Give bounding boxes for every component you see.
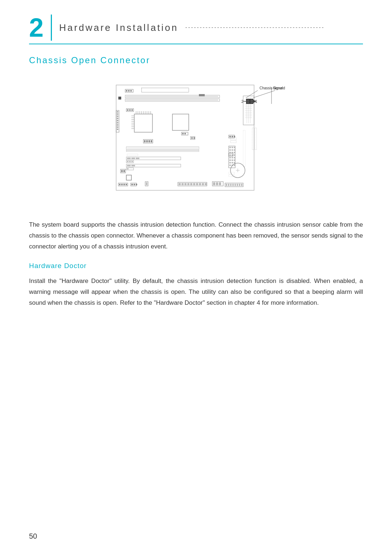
svg-rect-88 [127, 169, 128, 169]
svg-rect-15 [117, 116, 118, 117]
svg-rect-95 [121, 184, 123, 185]
svg-rect-118 [219, 182, 221, 185]
svg-rect-19 [117, 124, 118, 126]
svg-rect-110 [193, 183, 195, 185]
svg-rect-147 [234, 136, 235, 137]
svg-rect-129 [229, 154, 231, 156]
svg-text:1: 1 [255, 100, 257, 104]
svg-rect-90 [121, 170, 123, 172]
svg-rect-117 [216, 182, 218, 185]
svg-rect-121 [232, 147, 233, 148]
svg-rect-174 [234, 184, 236, 186]
svg-rect-10 [126, 100, 218, 101]
svg-rect-21 [117, 129, 118, 130]
svg-rect-175 [237, 184, 238, 186]
svg-rect-20 [117, 126, 118, 128]
svg-rect-11 [118, 97, 121, 100]
svg-rect-73 [127, 147, 198, 149]
svg-rect-94 [119, 184, 121, 185]
svg-rect-81 [127, 161, 128, 162]
svg-rect-106 [181, 183, 184, 185]
svg-rect-109 [190, 183, 192, 185]
svg-rect-85 [127, 165, 131, 166]
svg-rect-103 [146, 182, 147, 185]
svg-rect-17 [117, 120, 118, 121]
svg-rect-137 [234, 159, 235, 161]
svg-rect-97 [126, 184, 127, 185]
subsection-paragraph: Install the "Hardware Doctor" utility. B… [29, 276, 363, 308]
motherboard-diagram: Chassis signal Ground 2 1 [105, 74, 287, 208]
svg-rect-171 [228, 184, 229, 186]
page-number: 50 [29, 532, 37, 540]
svg-rect-169 [225, 183, 243, 187]
svg-rect-14 [117, 113, 118, 115]
svg-rect-82 [129, 161, 131, 162]
svg-rect-139 [232, 162, 233, 163]
header-dots [185, 27, 323, 28]
svg-rect-100 [134, 184, 135, 185]
chapter-title: Hardware Installation [59, 22, 323, 33]
svg-rect-138 [229, 162, 231, 163]
svg-rect-172 [230, 184, 232, 186]
svg-rect-23 [127, 109, 128, 111]
svg-rect-13 [117, 111, 118, 113]
svg-rect-86 [131, 165, 135, 166]
svg-rect-123 [229, 149, 231, 151]
svg-rect-25 [131, 109, 133, 111]
svg-rect-24 [129, 109, 131, 111]
svg-rect-70 [148, 140, 150, 142]
svg-rect-8 [199, 94, 205, 96]
svg-rect-131 [234, 154, 235, 156]
svg-rect-111 [196, 183, 198, 185]
svg-rect-47 [184, 133, 186, 134]
svg-rect-145 [229, 136, 231, 137]
svg-rect-134 [234, 157, 235, 158]
svg-rect-176 [239, 184, 240, 186]
svg-rect-4 [128, 90, 130, 92]
svg-rect-83 [131, 161, 133, 162]
svg-rect-75 [127, 154, 138, 156]
chapter-number: 2 [29, 15, 52, 41]
svg-rect-68 [144, 140, 146, 142]
svg-rect-46 [182, 133, 184, 134]
svg-rect-146 [232, 136, 233, 137]
page-header: 2 Hardware Installation [29, 15, 363, 44]
svg-rect-124 [232, 149, 233, 151]
svg-rect-122 [234, 147, 235, 148]
svg-rect-143 [234, 165, 235, 166]
svg-rect-114 [205, 183, 207, 185]
svg-rect-5 [130, 90, 132, 92]
svg-rect-135 [229, 159, 231, 161]
svg-rect-69 [146, 140, 148, 142]
svg-rect-99 [131, 184, 133, 185]
svg-rect-71 [151, 140, 152, 142]
svg-rect-141 [229, 165, 231, 166]
svg-rect-107 [184, 183, 187, 185]
svg-rect-120 [229, 147, 231, 148]
svg-rect-105 [179, 183, 181, 185]
svg-text:2: 2 [241, 100, 244, 104]
svg-rect-133 [232, 157, 233, 158]
svg-rect-136 [232, 159, 233, 161]
svg-rect-1 [142, 88, 189, 92]
svg-rect-112 [199, 183, 201, 185]
svg-rect-78 [131, 158, 135, 159]
svg-rect-79 [136, 158, 139, 159]
svg-rect-166 [255, 128, 257, 150]
svg-rect-128 [234, 152, 235, 153]
svg-rect-101 [136, 184, 137, 185]
svg-rect-96 [123, 184, 125, 185]
svg-line-160 [253, 90, 275, 98]
svg-rect-77 [127, 158, 131, 159]
svg-rect-178 [243, 130, 245, 167]
svg-line-158 [246, 90, 258, 98]
svg-rect-3 [126, 90, 127, 92]
svg-rect-130 [232, 154, 233, 156]
body-paragraph: The system board supports the chassis in… [29, 219, 363, 252]
svg-rect-44 [172, 114, 189, 130]
svg-rect-116 [213, 182, 215, 185]
svg-text:Ground: Ground [273, 86, 285, 90]
svg-rect-18 [117, 122, 118, 123]
svg-rect-170 [226, 184, 227, 186]
svg-rect-173 [232, 184, 234, 186]
